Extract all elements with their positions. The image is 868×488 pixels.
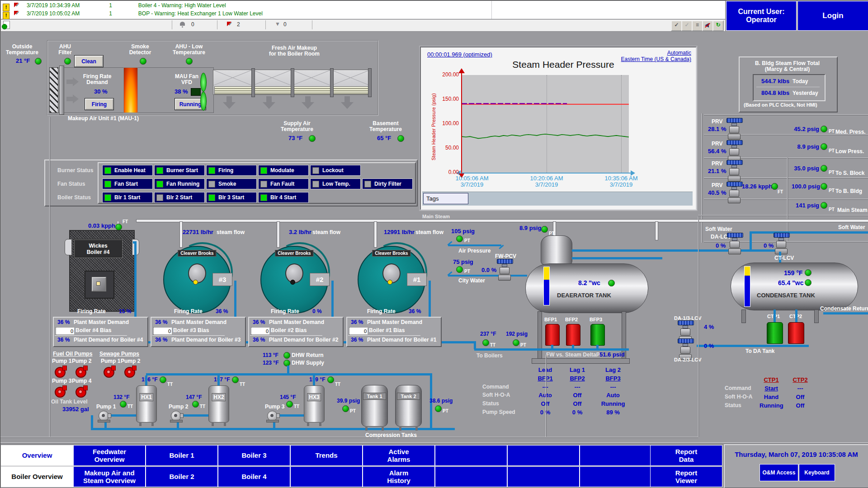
refresh-icon: ↻ — [716, 22, 720, 28]
bias-input[interactable] — [251, 327, 270, 335]
nav-boiler-4[interactable]: Boiler 4 — [218, 466, 290, 487]
boiler-3[interactable]: Cleaver Brooks #3 — [163, 246, 231, 314]
ctp1-pump[interactable] — [767, 322, 783, 344]
nav-blank[interactable] — [507, 466, 580, 487]
pt-indicator — [821, 202, 827, 209]
ctp2-link[interactable]: CTP2 — [788, 377, 812, 383]
prv1-valve-icon[interactable] — [726, 118, 742, 140]
ct-lcv-valve-icon[interactable] — [774, 233, 789, 254]
alarm-row[interactable]: ! 3/7/2019 10:05:02 AM 1 BOP - Warning: … — [3, 10, 263, 19]
login-button[interactable]: Login — [797, 1, 868, 31]
nav-boiler-overview[interactable]: Boiler Overview — [1, 466, 73, 487]
steam-total-title: B. Bldg Steam Flow Total(Marcy & Central… — [741, 61, 834, 72]
trend-mode-link[interactable]: Automatic — [624, 50, 691, 56]
nav-boiler-1[interactable]: Boiler 1 — [146, 445, 218, 466]
silence-horn-button[interactable] — [702, 20, 713, 31]
status-blr3-start: Blr 3 Start — [206, 192, 257, 203]
login-label: Login — [822, 11, 843, 20]
tags-tab[interactable]: Tags — [423, 193, 468, 204]
basement-temp-label: BasementTemperature — [363, 121, 408, 132]
nav-boiler-2[interactable]: Boiler 2 — [146, 466, 218, 487]
fw-pcv-valve-icon[interactable] — [497, 259, 512, 281]
fuel-pump2-icon[interactable] — [75, 365, 88, 377]
ctp2-hoa[interactable]: Off — [788, 394, 812, 400]
ack-icon[interactable] — [14, 2, 21, 9]
nav-blank[interactable] — [580, 445, 652, 466]
fuel-pump1-icon[interactable] — [55, 365, 67, 377]
nav-alarm-history[interactable]: Alarm History — [363, 466, 435, 487]
nav-feedwater-overview[interactable]: Feedwater Overview — [73, 445, 146, 466]
bias-input[interactable] — [153, 327, 172, 335]
bias-input[interactable] — [56, 327, 75, 335]
ack-all-button[interactable]: ✓ — [681, 20, 693, 31]
ack-counter: 2 — [237, 22, 240, 28]
hx1-vessel[interactable]: HX1 — [136, 385, 157, 422]
nav-report-viewer[interactable]: Report Viewer — [650, 466, 722, 487]
dhw-pump3-icon[interactable] — [266, 410, 280, 422]
hx2-vessel[interactable]: HX2 — [208, 385, 229, 422]
oam-access-button[interactable]: O&M Access — [760, 464, 798, 481]
keyboard-button[interactable]: Keyboard — [799, 464, 835, 481]
ack-icon[interactable] — [14, 10, 21, 17]
nav-boiler-3[interactable]: Boiler 3 — [218, 445, 290, 466]
ct-lcv-label: CT-LCV — [774, 255, 794, 261]
bfp1-pump[interactable] — [545, 324, 560, 346]
prv4-valve-icon[interactable] — [726, 182, 742, 203]
alarm-log-icon[interactable] — [3, 21, 10, 29]
steam-riser — [277, 221, 280, 248]
ack-single-button[interactable]: ✓ — [671, 20, 682, 31]
refresh-button[interactable]: ↻ — [712, 20, 724, 31]
nav-report-data[interactable]: Report Data — [650, 445, 722, 466]
dhw-pump2-icon[interactable] — [170, 410, 184, 422]
ctp1-link[interactable]: CTP1 — [760, 377, 783, 383]
bias-input[interactable] — [349, 327, 368, 335]
prv3-valve-icon[interactable] — [726, 160, 742, 182]
hx3-vessel[interactable]: HX3 — [304, 385, 325, 422]
bfp1-hoa[interactable]: Auto — [533, 392, 558, 399]
divider — [49, 117, 50, 437]
nav-blank[interactable] — [290, 466, 363, 487]
bfp3-link[interactable]: BFP3 — [600, 375, 626, 382]
wickes-boiler[interactable]: WickesBoiler #4 — [69, 230, 135, 312]
da-vent-value: 8.9 psig — [519, 225, 541, 231]
bfp2-hoa[interactable]: Off — [565, 392, 590, 399]
ct-temp-indicator — [805, 269, 811, 276]
alarm-row[interactable]: ! 3/7/2019 10:34:39 AM 1 Boiler 4 - Warn… — [3, 2, 226, 11]
sewage-pump2-icon[interactable] — [124, 365, 137, 377]
dhw-pump1-icon[interactable] — [98, 410, 111, 422]
nav-blank[interactable] — [580, 466, 652, 487]
clock-panel: Thursday, March 07, 2019 10:35:08 AM O&M… — [724, 444, 868, 488]
fuel-pump3-icon[interactable] — [55, 385, 67, 397]
burner-firing-status-button[interactable]: Firing — [85, 99, 113, 110]
bfp1-link[interactable]: BFP1 — [533, 375, 558, 382]
divider — [172, 20, 172, 29]
alarm-list-button[interactable]: ≡ — [692, 20, 703, 31]
firing-rate-demand-label: Firing RateDemand — [76, 74, 118, 85]
ctp2-pump[interactable] — [788, 322, 804, 344]
fuel-pump4-icon[interactable] — [75, 385, 88, 397]
trend-duration-link[interactable]: 00:00:01.969 (optimized) — [427, 52, 492, 58]
bfp3-pump[interactable] — [590, 324, 605, 346]
fuel-oil-pumps-title: Fuel Oil Pumps — [53, 351, 92, 357]
bfp3-hoa[interactable]: Auto — [600, 392, 626, 399]
sewage-pump1-icon[interactable] — [104, 365, 116, 377]
nav-blank[interactable] — [435, 445, 507, 466]
nav-overview[interactable]: Overview — [1, 445, 73, 466]
nav-active-alarms[interactable]: Active Alarms — [363, 445, 435, 466]
boiler-demand-value: 36 % — [155, 337, 167, 343]
ctp1-command[interactable]: Start — [760, 385, 783, 392]
divider — [702, 113, 703, 243]
bfp2-link[interactable]: BFP2 — [565, 375, 590, 382]
nav-trends[interactable]: Trends — [290, 445, 363, 466]
nav-blank[interactable] — [507, 445, 580, 466]
nav-makeup-air-steam-overview[interactable]: Makeup Air and Steam Overview — [73, 466, 146, 487]
nav-blank[interactable] — [435, 466, 507, 487]
boiler-2[interactable]: Cleaver Brooks #2 — [260, 246, 328, 314]
filter-status-button[interactable]: Clean — [75, 56, 103, 67]
boiler-1[interactable]: Cleaver Brooks #1 — [358, 246, 425, 314]
alarm-banner: ! 3/7/2019 10:34:39 AM 1 Boiler 4 - Warn… — [0, 0, 726, 19]
bfp2-pump[interactable] — [566, 324, 580, 346]
prv2-valve-icon[interactable] — [726, 140, 742, 162]
ctp1-hoa[interactable]: Hand — [760, 394, 783, 400]
da-lcv-valve-icon[interactable] — [727, 233, 742, 254]
